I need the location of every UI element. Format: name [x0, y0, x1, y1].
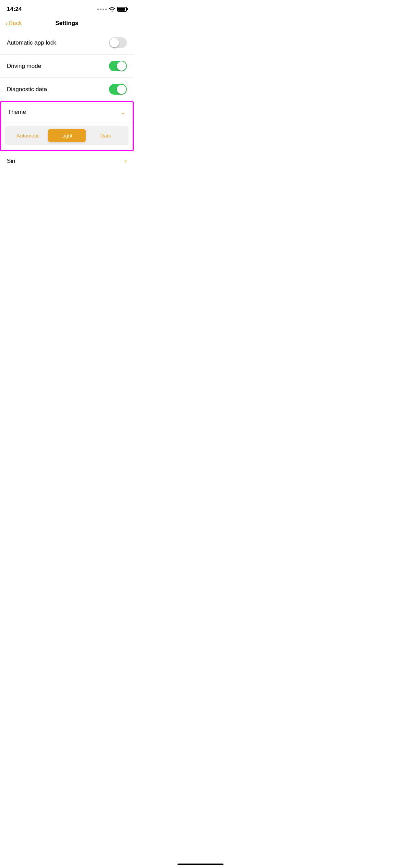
status-bar: 14:24: [0, 0, 134, 17]
driving-mode-label: Driving mode: [7, 63, 41, 70]
toggle-thumb: [110, 38, 119, 47]
signal-dots-icon: [97, 9, 107, 10]
status-icons: [97, 7, 127, 12]
back-chevron-icon: ‹: [5, 20, 8, 27]
driving-mode-row: Driving mode: [0, 55, 134, 78]
chevron-right-icon: ›: [125, 157, 127, 165]
nav-bar: ‹ Back Settings: [0, 17, 134, 31]
theme-light-button[interactable]: Light: [48, 129, 85, 142]
driving-mode-toggle[interactable]: [109, 61, 127, 71]
back-label: Back: [9, 20, 22, 27]
theme-options-group: Automatic Light Dark: [5, 126, 129, 145]
wifi-icon: [109, 7, 115, 12]
automatic-app-lock-label: Automatic app lock: [7, 39, 56, 46]
diagnostic-data-row: Diagnostic data: [0, 78, 134, 101]
theme-dark-button[interactable]: Dark: [87, 129, 124, 142]
diagnostic-data-toggle[interactable]: [109, 84, 127, 95]
theme-label: Theme: [8, 109, 26, 116]
automatic-app-lock-row: Automatic app lock: [0, 31, 134, 55]
status-time: 14:24: [7, 6, 22, 13]
theme-header[interactable]: Theme ⌄: [1, 102, 133, 122]
toggle-thumb: [117, 85, 126, 94]
diagnostic-data-label: Diagnostic data: [7, 86, 47, 93]
automatic-app-lock-toggle[interactable]: [109, 37, 127, 48]
chevron-down-icon: ⌄: [121, 108, 126, 116]
page-title: Settings: [55, 20, 78, 27]
theme-section: Theme ⌄ Automatic Light Dark: [0, 101, 134, 151]
siri-row[interactable]: Siri ›: [0, 151, 134, 171]
toggle-thumb: [117, 61, 126, 71]
theme-automatic-button[interactable]: Automatic: [9, 129, 47, 142]
settings-list: Automatic app lock Driving mode Diagnost…: [0, 31, 134, 171]
back-button[interactable]: ‹ Back: [5, 20, 22, 27]
siri-label: Siri: [7, 158, 15, 165]
battery-icon: [117, 7, 127, 12]
